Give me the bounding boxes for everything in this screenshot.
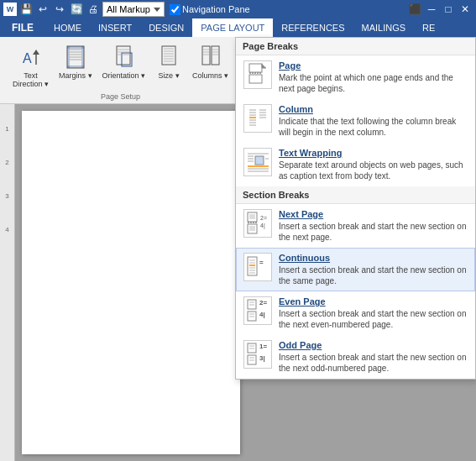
svg-rect-12 <box>81 46 84 68</box>
ruler-mark: 2 <box>0 158 14 175</box>
svg-rect-36 <box>249 64 262 72</box>
size-button[interactable]: Size ▾ <box>151 42 186 82</box>
ribbon-content: A TextDirection ▾ <box>0 37 476 104</box>
nav-pane-label: Navigation Pane <box>182 4 250 14</box>
markup-dropdown-arrow <box>154 8 160 12</box>
svg-text:4|: 4| <box>259 311 265 318</box>
continuous-text: Continuous Insert a section break and st… <box>279 253 468 286</box>
minimize-button[interactable]: ─ <box>424 2 439 17</box>
section-breaks-header: Section Breaks <box>236 186 475 204</box>
tab-references[interactable]: REFERENCES <box>273 18 353 37</box>
text-direction-button[interactable]: A TextDirection ▾ <box>8 42 53 91</box>
svg-text:=: = <box>259 259 264 266</box>
redo-button[interactable]: ↪ <box>52 2 67 17</box>
svg-text:1=: 1= <box>259 343 267 350</box>
page-setup-label: Page Setup <box>101 92 140 103</box>
continuous-desc: Insert a section break and start the new… <box>279 265 468 286</box>
page-setup-items: A TextDirection ▾ <box>8 40 233 92</box>
svg-marker-39 <box>262 64 266 68</box>
print-button[interactable]: 🖨 <box>86 2 101 17</box>
dropdown-item-continuous[interactable]: = Continuous Insert a section break and … <box>236 248 475 291</box>
svg-rect-81 <box>248 300 256 309</box>
page-break-text: Page Mark the point at which one page en… <box>279 60 468 94</box>
dropdown-item-column[interactable]: Column Indicate that the text following … <box>236 99 475 143</box>
continuous-title: Continuous <box>279 253 468 263</box>
ruler-mark: 4 <box>0 225 14 242</box>
svg-text:4|: 4| <box>260 223 265 229</box>
odd-page-text: Odd Page Insert a section break and star… <box>279 340 468 374</box>
svg-marker-2 <box>33 50 39 55</box>
close-button[interactable]: ✕ <box>458 2 473 17</box>
ruler-mark <box>0 141 14 158</box>
margins-icon <box>62 45 89 71</box>
dropdown-item-odd-page[interactable]: 1= 3| Odd Page Insert a section break an… <box>236 335 475 379</box>
svg-rect-67 <box>248 224 257 233</box>
tab-insert[interactable]: INSERT <box>90 18 140 37</box>
dropdown-item-next-page[interactable]: 2= 4| Next Page Insert a section break a… <box>236 204 475 248</box>
orientation-button[interactable]: Orientation ▾ <box>98 42 150 82</box>
ruler-mark: 1 <box>0 124 14 141</box>
svg-rect-38 <box>249 75 262 83</box>
document-page[interactable] <box>22 111 240 454</box>
column-break-icon <box>243 104 272 133</box>
even-page-text: Even Page Insert a section break and sta… <box>279 296 468 330</box>
markup-dropdown[interactable]: All Markup <box>102 2 165 17</box>
next-page-icon: 2= 4| <box>243 209 272 238</box>
svg-rect-26 <box>212 46 219 65</box>
svg-rect-89 <box>248 343 256 353</box>
odd-page-title: Odd Page <box>279 340 468 350</box>
next-page-desc: Insert a section break and start the new… <box>279 221 468 243</box>
maximize-button[interactable]: □ <box>441 2 456 17</box>
next-page-text: Next Page Insert a section break and sta… <box>279 209 468 243</box>
tab-home[interactable]: HOME <box>45 18 90 37</box>
tab-mailings[interactable]: MAILINGS <box>353 18 415 37</box>
columns-icon <box>197 45 224 71</box>
svg-rect-53 <box>255 156 264 165</box>
columns-label: Columns ▾ <box>192 71 228 80</box>
svg-text:2=: 2= <box>260 215 267 221</box>
svg-rect-62 <box>248 212 257 222</box>
text-wrapping-desc: Separate text around objects on web page… <box>279 160 468 181</box>
ruler-mark <box>0 175 14 191</box>
column-break-title: Column <box>279 104 468 114</box>
svg-rect-25 <box>202 46 210 65</box>
columns-button[interactable]: Columns ▾ <box>188 42 233 82</box>
tab-file[interactable]: FILE <box>0 18 45 37</box>
svg-text:3|: 3| <box>259 354 265 362</box>
page-break-title: Page <box>279 60 468 71</box>
ruler-mark: 3 <box>0 191 14 208</box>
size-icon <box>155 45 182 71</box>
refresh-button[interactable]: 🔄 <box>69 2 84 17</box>
even-page-title: Even Page <box>279 296 468 306</box>
tab-review[interactable]: RE <box>414 18 443 37</box>
orientation-icon <box>110 45 137 71</box>
tab-page-layout[interactable]: PAGE LAYOUT <box>192 18 273 37</box>
text-direction-icon: A <box>18 45 44 71</box>
page-breaks-header: Page Breaks <box>236 38 475 55</box>
ribbon-tabs: FILE HOME INSERT DESIGN PAGE LAYOUT REFE… <box>0 18 476 37</box>
ruler-mark <box>0 208 14 225</box>
svg-rect-84 <box>248 312 256 321</box>
svg-text:2=: 2= <box>259 299 267 306</box>
next-page-title: Next Page <box>279 209 468 219</box>
svg-rect-11 <box>67 46 70 68</box>
breaks-dropdown-menu: Page Breaks Page Mark the point at which… <box>235 37 476 380</box>
save-button[interactable]: 💾 <box>18 2 34 17</box>
dropdown-item-text-wrapping[interactable]: Text Wrapping Separate text around objec… <box>236 143 475 186</box>
even-page-icon: 2= 4| <box>243 296 272 325</box>
title-bar: W 💾 ↩ ↪ 🔄 🖨 All Markup Navigation Pane ⬛… <box>0 0 476 18</box>
ribbon-display-button[interactable]: ⬛ <box>407 2 422 17</box>
svg-rect-13 <box>117 46 130 65</box>
nav-pane-checkbox[interactable] <box>170 4 180 15</box>
undo-button[interactable]: ↩ <box>35 2 50 17</box>
dropdown-item-page[interactable]: Page Mark the point at which one page en… <box>236 55 475 99</box>
column-break-text: Column Indicate that the text following … <box>279 104 468 138</box>
text-wrapping-break-text: Text Wrapping Separate text around objec… <box>279 148 468 181</box>
ribbon-group-page-setup: A TextDirection ▾ <box>3 40 238 103</box>
margins-label: Margins ▾ <box>59 71 92 80</box>
margins-button[interactable]: Margins ▾ <box>55 42 97 82</box>
dropdown-item-even-page[interactable]: 2= 4| Even Page Insert a section break a… <box>236 291 475 335</box>
svg-rect-92 <box>248 355 256 364</box>
tab-design[interactable]: DESIGN <box>140 18 192 37</box>
ruler-mark <box>0 107 14 124</box>
